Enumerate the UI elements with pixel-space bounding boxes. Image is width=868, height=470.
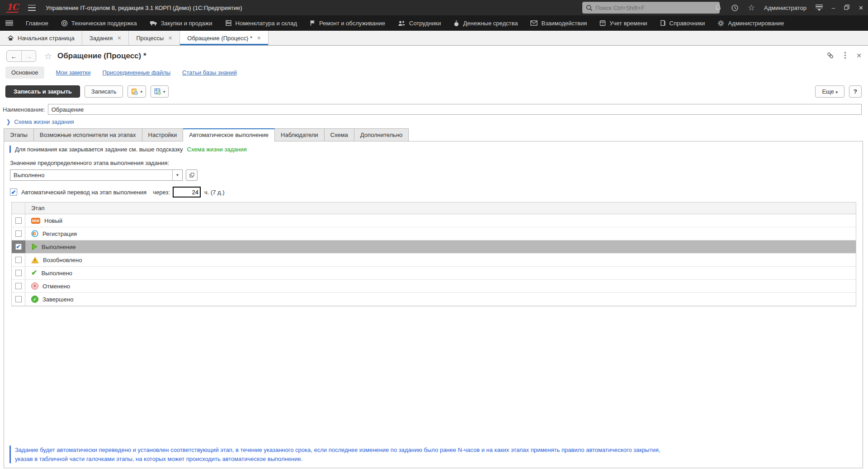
predefined-stage-combobox[interactable]: ▼ <box>10 169 183 181</box>
minimize-icon[interactable]: – <box>832 5 835 11</box>
save-and-close-button[interactable]: Записать и закрыть <box>5 85 80 98</box>
form-toolbar: Записать и закрыть Записать ▾ ▾ <box>5 85 169 98</box>
calendar-icon: 7 <box>599 20 606 26</box>
footer-hint-text: Задание будет автоматически переведено и… <box>15 446 679 463</box>
current-user[interactable]: Администратор <box>764 5 807 11</box>
footer-hint-bar <box>9 446 11 463</box>
cancel-icon: ✕ <box>31 282 38 290</box>
close-tab-icon[interactable]: ✕ <box>168 35 172 41</box>
more-dots-icon[interactable] <box>844 52 846 59</box>
table-row-new[interactable]: NEWНовый <box>12 214 856 227</box>
home-icon <box>7 35 14 41</box>
open-stage-button[interactable] <box>186 169 198 181</box>
table-row-execution[interactable]: ✔ Выполнение <box>12 240 856 254</box>
row-checkbox[interactable] <box>15 217 22 224</box>
tab-stages[interactable]: Этапы <box>4 128 34 141</box>
search-input[interactable] <box>595 5 716 11</box>
close-form-icon[interactable]: ✕ <box>856 52 862 59</box>
report-table-icon <box>154 88 161 95</box>
search-icon <box>586 5 593 11</box>
navlink-attached-files[interactable]: Присоединенные файлы <box>103 69 171 76</box>
registration-icon <box>31 230 38 237</box>
row-checkbox[interactable] <box>15 230 22 237</box>
table-history-dropdown-button[interactable]: ▾ <box>151 85 169 98</box>
tab-auto-execution[interactable]: Автоматическое выполнение <box>183 128 275 141</box>
tab-scheme[interactable]: Схема <box>325 128 354 141</box>
menu-item-administration[interactable]: Администрирование <box>717 20 784 27</box>
navlink-kb-articles[interactable]: Статьи базы знаний <box>182 69 237 76</box>
hint-text: Для понимания как закрывается задание см… <box>15 146 183 153</box>
table-row-cancelled[interactable]: ✕Отменено <box>12 280 856 293</box>
auto-execution-panel: Для понимания как закрывается задание см… <box>4 141 863 468</box>
hours-input[interactable] <box>173 187 201 197</box>
row-checkbox-checked[interactable]: ✔ <box>15 244 22 250</box>
menu-item-employees[interactable]: Сотрудники <box>398 20 441 27</box>
table-row-registration[interactable]: Регистрация <box>12 227 856 240</box>
tab-possible-executors[interactable]: Возможные исполнители на этапах <box>34 128 142 141</box>
column-header-stage: Этап <box>25 205 44 212</box>
forward-button[interactable]: → <box>21 51 36 61</box>
row-checkbox[interactable] <box>15 283 22 289</box>
close-tab-icon[interactable]: ✕ <box>117 35 121 41</box>
tab-obrashchenie-process[interactable]: Обращение (Процесс) *✕ <box>180 31 269 45</box>
row-checkbox[interactable] <box>15 296 22 302</box>
tab-settings[interactable]: Настройки <box>142 128 184 141</box>
close-icon[interactable]: ✕ <box>859 5 863 11</box>
bell-icon[interactable] <box>714 4 722 12</box>
menu-item-references[interactable]: Справочники <box>660 20 705 27</box>
favorite-star-icon[interactable]: ☆ <box>44 51 52 61</box>
row-checkbox[interactable] <box>15 257 22 263</box>
service-menu-icon[interactable] <box>816 5 823 11</box>
tab-home[interactable]: Начальная страница <box>0 31 82 45</box>
menu-item-timesheet[interactable]: 7 Учет времени <box>599 20 647 27</box>
menu-item-purchases[interactable]: Закупки и продажи <box>150 20 212 27</box>
get-link-icon[interactable] <box>826 52 834 59</box>
tab-processes[interactable]: Процессы✕ <box>129 31 180 45</box>
menu-item-money[interactable]: Денежные средства <box>453 20 518 27</box>
moneybag-icon <box>453 20 459 27</box>
maximize-icon[interactable] <box>844 5 849 11</box>
truck-icon <box>150 20 157 26</box>
history-icon[interactable] <box>731 4 739 12</box>
combo-dropdown-icon[interactable]: ▼ <box>172 170 182 180</box>
play-icon <box>31 243 38 250</box>
done-icon: ✓ <box>31 296 38 303</box>
table-row-finished[interactable]: ✓Завершено <box>12 293 856 306</box>
sections-panel-icon[interactable] <box>5 20 13 26</box>
tab-observers[interactable]: Наблюдатели <box>275 128 325 141</box>
name-input[interactable] <box>48 104 862 115</box>
app-title: Управление IT-отделом 8, редакция 3.1 КО… <box>46 5 242 11</box>
navlink-my-notes[interactable]: Мои заметки <box>56 69 91 76</box>
menu-item-tech-support[interactable]: Техническая поддержка <box>61 20 137 27</box>
close-tab-icon[interactable]: ✕ <box>257 35 261 41</box>
file-history-dropdown-button[interactable]: ▾ <box>127 85 146 98</box>
auto-transfer-checkbox[interactable]: ✔ <box>10 188 17 196</box>
menu-item-warehouse[interactable]: Номенклатура и склад <box>225 20 297 27</box>
menu-item-glavnoe[interactable]: Главное <box>26 20 48 27</box>
new-badge-icon: NEW <box>31 218 40 224</box>
through-label: через: <box>153 189 170 196</box>
back-button[interactable]: ← <box>7 51 21 61</box>
global-search[interactable] <box>582 2 720 14</box>
menu-item-interactions[interactable]: Взаимодействия <box>530 20 587 27</box>
main-menu-icon[interactable] <box>28 5 36 11</box>
tab-additional[interactable]: Дополнительно <box>354 128 409 141</box>
row-checkbox[interactable] <box>15 270 22 276</box>
tab-tasks[interactable]: Задания✕ <box>82 31 129 45</box>
stage-value-input[interactable] <box>10 170 172 180</box>
menu-item-repair[interactable]: Ремонт и обслуживание <box>310 20 385 27</box>
page-title: Обращение (Процесс) * <box>57 52 146 61</box>
table-row-resumed[interactable]: Возобновлено <box>12 254 856 267</box>
favorites-star-icon[interactable]: ☆ <box>748 3 755 13</box>
scheme-hint-link[interactable]: Схема жизни задания <box>187 146 247 153</box>
more-actions-button[interactable]: Еще ▾ <box>815 85 844 98</box>
navlink-main[interactable]: Основное <box>5 66 44 79</box>
predefined-stage-label: Значение предопределенного этапа выполне… <box>10 160 169 166</box>
help-button[interactable]: ? <box>849 85 862 98</box>
hint-bar <box>9 146 11 153</box>
table-row-completed[interactable]: ✔Выполнено <box>12 267 856 280</box>
save-button[interactable]: Записать <box>85 85 123 98</box>
chevron-down-icon: ▾ <box>163 89 165 94</box>
titlebar: 1С Управление IT-отделом 8, редакция 3.1… <box>0 0 868 15</box>
task-life-scheme-toggle[interactable]: ❯ Схема жизни задания <box>6 118 74 125</box>
